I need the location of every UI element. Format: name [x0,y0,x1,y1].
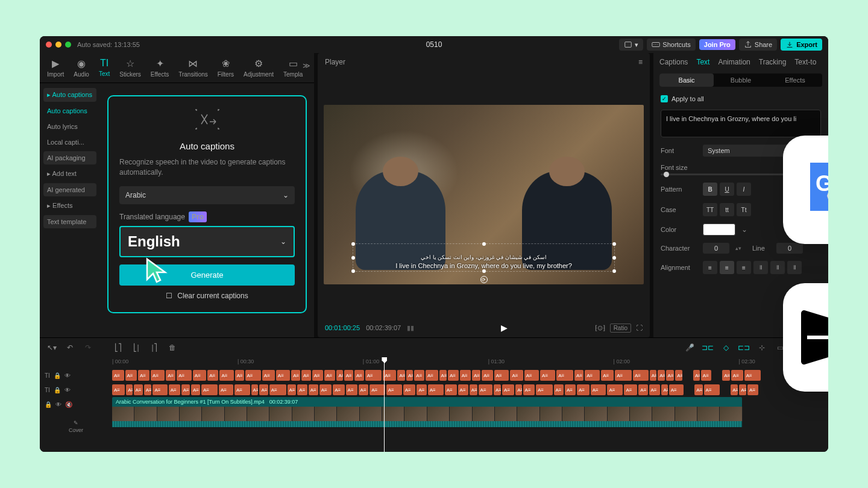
caption-clip[interactable]: A≡ [112,370,124,381]
caption-clip[interactable]: A≡ [479,384,492,395]
caption-clip[interactable]: A≡ [309,384,318,395]
caption-clip[interactable]: A≡ [747,384,758,395]
caption-clip[interactable]: A≡ [510,370,523,381]
caption-clip[interactable]: A≡ [134,384,143,395]
caption-clip[interactable]: A≡ [288,384,297,395]
apply-all-row[interactable]: ✓ Apply to all [661,95,821,102]
snap-icon[interactable]: ⊏⊐ [738,342,750,354]
caption-clip[interactable]: A≡ [739,384,746,395]
caption-clip[interactable]: A≡ [577,384,590,395]
align-tool[interactable]: ⊹ [756,342,768,354]
caption-clip[interactable]: A≡ [502,384,514,395]
caption-clip[interactable]: A≡ [666,370,675,381]
caption-clip[interactable]: A≡ [650,370,657,381]
timeline-tracks[interactable]: | 00:00| 00:30| 01:00| 01:30| 02:00| 02:… [112,357,828,452]
caption-clip[interactable]: A≡ [383,370,396,381]
undo-button[interactable]: ↶ [64,342,76,354]
caption-clip[interactable]: A≡ [201,384,218,395]
caption-clip[interactable]: A≡ [219,370,233,381]
caption-clip[interactable]: A≡ [669,384,684,395]
caption-clip[interactable]: A≡ [166,370,175,381]
caption-clip[interactable]: A≡ [276,370,290,381]
caption-clip[interactable]: A≡ [259,384,268,395]
caption-clip[interactable]: A≡ [245,370,261,381]
caption-clip[interactable]: A≡ [125,370,137,381]
sidebar-auto-lyrics[interactable]: Auto lyrics [43,120,96,133]
caption-clip[interactable]: A≡ [428,384,444,395]
sidebar-add-text[interactable]: ▸ Add text [43,167,96,181]
time-ruler[interactable]: | 00:00| 00:30| 01:00| 01:30| 02:00| 02:… [112,357,828,368]
sidebar-text-template[interactable]: Text template [43,215,96,228]
caption-clip[interactable]: A≡ [301,370,311,381]
link-icon[interactable]: ◇ [720,342,732,354]
tool-adjustment[interactable]: ⚙Adjustment [239,57,278,79]
caption-clip[interactable]: A≡ [151,370,165,381]
caption-text-input[interactable]: I live in Chechnya in Grozny, where do y… [661,110,821,137]
caption-track-ar[interactable]: A≡A≡A≡A≡A≡A≡A≡A≡A≡A≡A≡A≡A≡A≡A≡A≡A≡A≡A≡A≡… [112,383,828,397]
caption-clip[interactable]: A≡ [417,384,426,395]
character-spacing-input[interactable]: 0 [703,243,729,254]
case-Tt[interactable]: Tt [737,203,751,216]
caption-clip[interactable]: A≡ [297,384,307,395]
caption-clip[interactable]: A≡ [565,384,576,395]
caption-clip[interactable]: A≡ [744,370,761,381]
magnet-icon[interactable]: ⊐⊏ [702,342,714,354]
caption-clip[interactable]: A≡ [701,370,711,381]
caption-clip[interactable]: A≡ [262,370,275,381]
playhead[interactable] [384,357,385,452]
caption-clip[interactable]: A≡ [445,384,457,395]
tab-tracking[interactable]: Tracking [759,58,787,66]
split-tool[interactable]: ⎣⎤ [112,342,124,354]
caption-clip[interactable]: A≡ [439,370,447,381]
trim-left-tool[interactable]: ⎣| [130,342,142,354]
fullscreen-icon[interactable]: ⛶ [636,324,643,331]
minimize-icon[interactable] [55,42,61,48]
caption-clip[interactable]: A≡ [359,384,369,395]
caption-clip[interactable]: A≡ [524,370,539,381]
sidebar-auto-captions[interactable]: ▸ Auto captions [43,88,96,102]
translated-language-select[interactable]: English ⌄ [119,226,295,257]
tool-import[interactable]: ▶Import [42,57,69,79]
mic-icon[interactable]: 🎤 [684,342,696,354]
caption-clip[interactable]: A≡ [138,370,149,381]
caption-clip[interactable]: A≡ [207,370,218,381]
caption-clip[interactable]: A≡ [693,370,700,381]
caption-clip[interactable]: A≡ [482,370,492,381]
case-TT[interactable]: TT [703,203,717,216]
caption-clip[interactable]: A≡ [523,384,535,395]
caption-clip[interactable]: A≡ [638,384,647,395]
subtab-effects[interactable]: Effects [768,74,822,87]
caption-clip[interactable]: A≡ [448,370,459,381]
caption-clip[interactable]: A≡ [460,370,471,381]
maximize-icon[interactable] [65,42,71,48]
align-top-button[interactable]: ⫴ [753,261,768,274]
tab-captions[interactable]: Captions [659,58,688,66]
export-button[interactable]: Export [781,39,822,51]
sidebar-ai-packaging[interactable]: AI packaging [43,151,96,164]
caption-clip[interactable]: A≡ [694,384,702,395]
chevron-down-icon[interactable]: ⌄ [741,225,747,234]
tab-animation[interactable]: Animation [718,58,750,66]
caption-clip[interactable]: A≡ [370,384,385,395]
subtab-bubble[interactable]: Bubble [714,74,768,87]
sidebar-local-capti-[interactable]: Local capti... [43,136,96,149]
caption-clip[interactable]: A≡ [540,370,555,381]
join-pro-button[interactable]: Join Pro [699,39,735,50]
align-left-button[interactable]: ≡ [703,261,717,274]
caption-clip[interactable]: A≡ [191,384,200,395]
caption-clip[interactable]: A≡ [344,370,353,381]
align-center-button[interactable]: ≡ [720,261,734,274]
caption-clip[interactable]: A≡ [649,384,661,395]
toolbar-more-icon[interactable]: ≫ [303,61,310,70]
focus-icon[interactable]: ⁅⊙⁆ [595,324,605,332]
text-track-1-header[interactable]: TI🔒👁 [40,368,112,383]
tool-text[interactable]: TIText [94,57,115,79]
cover-button[interactable]: ✎Cover [40,411,112,442]
tool-audio[interactable]: ◉Audio [69,57,94,79]
trim-right-tool[interactable]: |⎤ [148,342,160,354]
caption-clip[interactable]: A≡ [354,370,364,381]
rotate-handle[interactable]: ⟳ [480,276,488,283]
caption-clip[interactable]: A≡ [458,384,468,395]
tab-text-to[interactable]: Text-to [794,58,816,66]
caption-clip[interactable]: A≡ [181,384,190,395]
